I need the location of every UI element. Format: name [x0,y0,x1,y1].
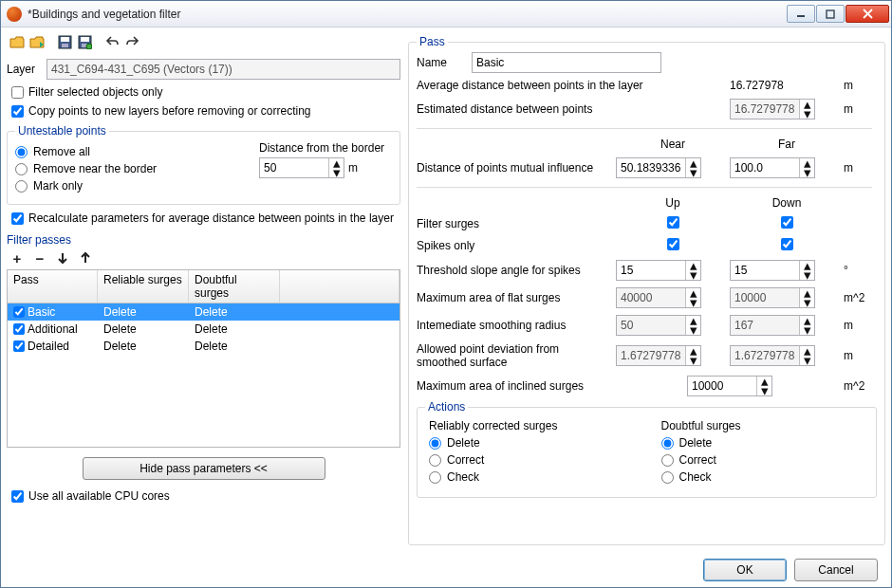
threshold-down-spinner[interactable]: ▴▾ [730,260,815,281]
move-up-button[interactable] [77,249,94,266]
titlebar[interactable]: *Buildings and vegetation filter [1,1,891,28]
pass-row-doubtful: Delete [189,304,280,320]
spikes-up-checkbox[interactable] [667,238,679,250]
undo-icon[interactable] [103,33,121,50]
mark-only-radio[interactable] [15,180,28,193]
avg-dist-label: Average distance between points in the l… [417,79,730,92]
dialog-window: *Buildings and vegetation filter Layer [0,0,892,588]
remove-pass-button[interactable]: − [31,249,48,266]
filter-surges-up-checkbox[interactable] [667,216,679,229]
svg-point-10 [86,44,92,49]
rel-correct-radio[interactable] [429,454,441,467]
dist-border-spinner[interactable]: ▴▾ [259,157,344,178]
maximize-button[interactable] [816,5,845,23]
max-flat-label: Maximum area of flat surges [417,291,616,304]
rel-check-radio[interactable] [429,471,441,484]
save-as-icon[interactable] [76,33,93,50]
pass-row-checkbox[interactable] [13,306,25,318]
passes-table[interactable]: Pass Reliable surges Doubtful surges Bas… [7,269,400,448]
copy-points-label: Copy points to new layers before removin… [28,104,310,118]
remove-all-label: Remove all [33,145,90,158]
filter-selected-checkbox[interactable] [11,86,24,99]
svg-rect-5 [61,37,69,42]
dist-mutual-label: Distance of points mutual influence [417,161,616,175]
est-dist-spinner[interactable]: ▴▾ [730,99,815,119]
app-icon [7,7,22,22]
filter-selected-label: Filter selected objects only [28,85,162,99]
pass-row-name: Basic [28,305,55,319]
copy-points-checkbox[interactable] [11,105,24,118]
near-header: Near [616,138,730,151]
max-flat-down-spinner[interactable]: ▴▾ [730,287,815,308]
cancel-button[interactable]: Cancel [794,559,878,581]
col-pass[interactable]: Pass [8,270,98,303]
pass-row-name: Detailed [28,340,69,353]
open-icon[interactable] [9,33,26,50]
recalc-label: Recalculate parameters for average dista… [28,211,394,225]
threshold-up-spinner[interactable]: ▴▾ [616,260,701,281]
hide-pass-params-button[interactable]: Hide pass parameters << [83,457,325,480]
max-incl-label: Maximum area of inclined surges [417,379,616,393]
smooth-down-spinner[interactable]: ▴▾ [730,315,815,336]
pass-row-reliable: Delete [98,304,189,320]
save-icon[interactable] [56,33,73,50]
actions-group: Actions Reliably corrected surges Delete… [417,400,877,498]
dbt-correct-radio[interactable] [661,454,674,467]
pass-row-reliable: Delete [98,339,189,354]
avg-dist-value: 16.727978 [730,79,844,92]
close-button[interactable] [846,5,889,23]
pass-group: Pass Name Average distance between point… [408,35,885,545]
dist-border-input[interactable] [260,158,328,177]
remove-all-radio[interactable] [15,146,28,158]
pass-row-checkbox[interactable] [13,340,25,352]
spin-down-icon[interactable]: ▾ [329,168,344,177]
dist-near-spinner[interactable]: ▴▾ [616,157,701,178]
filter-surges-down-checkbox[interactable] [781,216,793,229]
dialog-footer: OK Cancel [408,549,885,581]
table-row[interactable]: DetailedDeleteDelete [8,338,400,355]
dev-down-spinner[interactable]: ▴▾ [730,345,815,366]
use-cpu-checkbox[interactable] [11,490,24,503]
smooth-up-spinner[interactable]: ▴▾ [616,315,701,336]
dist-border-unit: m [348,161,358,175]
dist-far-spinner[interactable]: ▴▾ [730,157,815,178]
svg-rect-8 [81,37,89,42]
spikes-down-checkbox[interactable] [781,238,793,250]
ok-button[interactable]: OK [703,559,787,581]
dbt-check-radio[interactable] [661,471,674,484]
redo-icon[interactable] [123,33,140,50]
pass-row-doubtful: Delete [189,339,280,354]
toolbar [7,31,400,56]
recalc-checkbox[interactable] [11,212,24,225]
add-pass-button[interactable]: + [9,249,26,266]
est-dist-label: Estimated distance between points [417,102,730,116]
dev-up-spinner[interactable]: ▴▾ [616,345,701,366]
smooth-label: Intemediate smoothing radius [417,319,616,332]
pass-row-reliable: Delete [98,322,189,337]
doubtful-header: Doubtful surges [661,419,865,432]
pass-row-checkbox[interactable] [13,323,25,335]
filter-surges-label: Filter surges [417,217,616,230]
layer-field [46,59,400,80]
minimize-button[interactable] [787,5,815,23]
table-row[interactable]: AdditionalDeleteDelete [8,321,400,338]
table-row[interactable]: BasicDeleteDelete [8,303,400,321]
est-dist-input [731,100,799,119]
pass-row-doubtful: Delete [189,322,280,337]
dist-border-label: Distance from the border [259,141,392,155]
max-incl-spinner[interactable]: ▴▾ [687,376,772,396]
remove-near-label: Remove near the border [33,162,157,175]
col-reliable[interactable]: Reliable surges [98,270,189,303]
max-flat-up-spinner[interactable]: ▴▾ [616,287,701,308]
col-doubtful[interactable]: Doubtful surges [189,270,280,303]
pass-name-label: Name [417,56,462,69]
spikes-only-label: Spikes only [417,239,616,252]
pass-name-input[interactable] [472,52,661,73]
passes-toolbar: + − [7,247,400,269]
move-down-button[interactable] [54,249,71,266]
remove-near-radio[interactable] [15,163,28,175]
pass-row-name: Additional [28,322,78,336]
rel-delete-radio[interactable] [429,437,441,450]
open-recent-icon[interactable] [28,33,46,50]
dbt-delete-radio[interactable] [661,437,674,450]
